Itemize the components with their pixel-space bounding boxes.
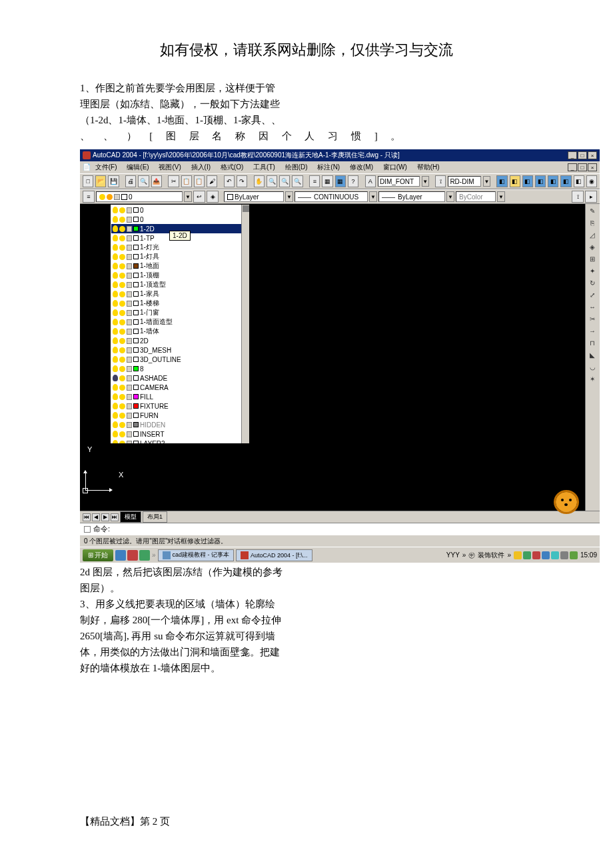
fillet-icon[interactable]: ◡ bbox=[587, 361, 598, 372]
doc-minimize-button[interactable]: _ bbox=[568, 163, 577, 171]
move-icon[interactable]: ✦ bbox=[587, 265, 598, 276]
freeze-icon[interactable] bbox=[119, 207, 125, 213]
menu-help[interactable]: 帮助(H) bbox=[417, 163, 440, 171]
color-swatch-icon[interactable] bbox=[133, 413, 139, 418]
rotate-icon[interactable]: ↻ bbox=[587, 277, 598, 288]
scale-icon[interactable]: ⤢ bbox=[587, 289, 598, 300]
layer-row-layer2[interactable]: LAYER2 bbox=[111, 439, 249, 444]
color-swatch-icon[interactable] bbox=[133, 235, 139, 241]
tab-model[interactable]: 模型 bbox=[120, 511, 141, 523]
close-button[interactable]: × bbox=[588, 151, 597, 159]
paste-icon[interactable]: 📋 bbox=[194, 175, 205, 187]
tool-palette-icon[interactable]: ▦ bbox=[335, 175, 346, 187]
rd-dim-input[interactable]: RD-DIM bbox=[448, 176, 481, 187]
color-swatch-icon[interactable] bbox=[133, 441, 139, 444]
layer-row-1---[interactable]: 1-顶棚 bbox=[111, 271, 249, 280]
bulb-icon[interactable] bbox=[113, 272, 118, 279]
bulb-icon[interactable] bbox=[113, 440, 118, 444]
lock-icon[interactable] bbox=[127, 441, 132, 445]
mirror-icon[interactable]: ◿ bbox=[587, 229, 598, 240]
match-icon[interactable]: 🖌 bbox=[207, 175, 217, 187]
freeze-icon[interactable] bbox=[119, 263, 125, 269]
color-swatch-icon[interactable] bbox=[133, 338, 139, 343]
lock-icon[interactable] bbox=[127, 347, 132, 353]
bulb-icon[interactable] bbox=[113, 375, 118, 381]
plotstyle-dropdown-button[interactable]: ▼ bbox=[497, 191, 505, 202]
color-swatch-icon[interactable] bbox=[133, 385, 139, 390]
lock-icon[interactable] bbox=[127, 329, 132, 335]
freeze-icon[interactable] bbox=[119, 245, 125, 251]
help-icon[interactable]: ? bbox=[348, 175, 358, 187]
menu-draw[interactable]: 绘图(D) bbox=[285, 163, 308, 171]
freeze-icon[interactable] bbox=[119, 235, 125, 241]
save-icon[interactable]: 💾 bbox=[108, 175, 119, 187]
freeze-icon[interactable] bbox=[119, 413, 125, 419]
tab-next-icon[interactable]: ▶ bbox=[101, 513, 109, 521]
lock-icon[interactable] bbox=[127, 366, 132, 372]
design-center-icon[interactable]: ▦ bbox=[322, 175, 332, 187]
color-swatch-icon[interactable] bbox=[133, 226, 139, 231]
layer-dropdown-button[interactable]: ▼ bbox=[184, 191, 192, 202]
layer-row-1---[interactable]: 1-墙体 bbox=[111, 327, 249, 336]
bulb-icon[interactable] bbox=[113, 281, 118, 288]
color-swatch-icon[interactable] bbox=[133, 431, 139, 437]
layer-row-1----[interactable]: 1-顶造型 bbox=[111, 280, 249, 289]
bulb-icon[interactable] bbox=[113, 365, 118, 372]
taskbar-autocad[interactable]: AutoCAD 2004 - [f:\... bbox=[236, 549, 312, 561]
dimstyle-icon[interactable]: A bbox=[365, 175, 376, 187]
bulb-icon[interactable] bbox=[113, 216, 118, 223]
tab-prev-icon[interactable]: ◀ bbox=[92, 513, 100, 521]
lock-icon[interactable] bbox=[127, 431, 132, 437]
tb-ext2-icon[interactable]: ◧ bbox=[510, 175, 520, 187]
lock-icon[interactable] bbox=[127, 394, 132, 400]
tb-ext8-icon[interactable]: ◉ bbox=[586, 175, 597, 187]
lock-icon[interactable] bbox=[127, 403, 132, 409]
layer-row-furn[interactable]: FURN bbox=[111, 411, 249, 420]
color-swatch-icon[interactable] bbox=[133, 347, 139, 353]
linestyle-dropdown-button[interactable]: ▼ bbox=[369, 191, 377, 202]
plotstyle-selector[interactable]: ByColor bbox=[456, 191, 496, 202]
properties-icon[interactable]: ≡ bbox=[309, 175, 320, 187]
freeze-icon[interactable] bbox=[119, 226, 125, 232]
bulb-icon[interactable] bbox=[113, 225, 118, 232]
bulb-icon[interactable] bbox=[113, 235, 118, 241]
linetype-dropdown-button[interactable]: ▼ bbox=[285, 191, 293, 202]
break-icon[interactable]: ⊓ bbox=[587, 337, 598, 348]
undo-icon[interactable]: ↶ bbox=[224, 175, 235, 187]
menu-window[interactable]: 窗口(W) bbox=[383, 163, 407, 171]
color-swatch-icon[interactable] bbox=[133, 301, 139, 306]
menu-edit[interactable]: 编辑(E) bbox=[127, 163, 149, 171]
freeze-icon[interactable] bbox=[119, 319, 125, 325]
bulb-icon[interactable] bbox=[113, 356, 118, 363]
freeze-icon[interactable] bbox=[119, 366, 125, 372]
lock-icon[interactable] bbox=[127, 226, 132, 232]
layer-row-1---[interactable]: 1-地面 bbox=[111, 261, 249, 271]
lock-icon[interactable] bbox=[127, 207, 132, 213]
lock-icon[interactable] bbox=[127, 273, 132, 279]
color-swatch-icon[interactable] bbox=[133, 282, 139, 287]
lock-icon[interactable] bbox=[127, 282, 132, 288]
layer-row-3d-mesh[interactable]: 3D_MESH bbox=[111, 345, 249, 355]
layer-row-1---[interactable]: 1-门窗 bbox=[111, 308, 249, 317]
lock-icon[interactable] bbox=[127, 338, 132, 344]
freeze-icon[interactable] bbox=[119, 301, 125, 307]
bulb-icon[interactable] bbox=[113, 309, 118, 316]
freeze-icon[interactable] bbox=[119, 422, 125, 428]
bulb-icon[interactable] bbox=[113, 412, 118, 419]
publish-icon[interactable]: 📤 bbox=[151, 175, 162, 187]
tray-icon-4[interactable] bbox=[542, 551, 550, 559]
layer-row-1-----[interactable]: 1-墙面造型 bbox=[111, 317, 249, 327]
start-button[interactable]: ⊞ 开始 bbox=[83, 549, 113, 561]
bulb-icon[interactable] bbox=[113, 403, 118, 409]
freeze-icon[interactable] bbox=[119, 310, 125, 316]
layer-row-1---[interactable]: 1-家具 bbox=[111, 289, 249, 299]
color-swatch-icon[interactable] bbox=[133, 291, 139, 297]
color-swatch-icon[interactable] bbox=[133, 310, 139, 315]
tab-first-icon[interactable]: ⏮ bbox=[83, 513, 91, 521]
freeze-icon[interactable] bbox=[119, 254, 125, 260]
open-icon[interactable]: 📂 bbox=[95, 175, 106, 187]
lock-icon[interactable] bbox=[127, 375, 132, 381]
color-swatch-icon[interactable] bbox=[133, 207, 139, 213]
color-swatch-icon[interactable] bbox=[133, 403, 139, 409]
bulb-icon[interactable] bbox=[113, 421, 118, 428]
